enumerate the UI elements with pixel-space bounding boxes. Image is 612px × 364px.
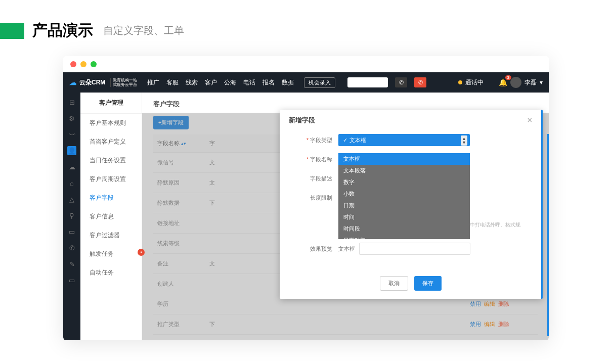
- iconbar-item[interactable]: ⚙: [67, 114, 76, 123]
- iconbar-item[interactable]: ✆: [67, 243, 76, 252]
- iconbar-item[interactable]: △: [67, 195, 76, 204]
- selected-type: 文本框: [349, 136, 366, 144]
- sidemenu: 客户管理 客户基本规则 首咨客户定义 当日任务设置 客户周期设置 客户字段 客户…: [80, 93, 142, 340]
- dropdown-option[interactable]: 小数: [338, 188, 470, 200]
- app-body: ⊞ ⚙ 〰 👤 ☁ ⌂ △ ⚲ ▭ ✆ ✎ ▭ 客户管理 客户基本规则 首咨客户…: [63, 93, 549, 340]
- nav-item[interactable]: 客服: [166, 78, 179, 87]
- record-opportunity-button[interactable]: 机会录入: [304, 77, 335, 88]
- preview-input[interactable]: [359, 243, 470, 255]
- main-panel: 客户字段 +新增字段 输入字段名称 搜索 字段名称 字 操作 微信号文禁用编辑静…: [142, 93, 549, 340]
- field-type-dropdown: 文本框文本段落数字小数日期时间时间段日期时间长时间段单选框复选框下拉菜单级联菜单…: [338, 153, 470, 239]
- sidemenu-item[interactable]: 触发任务•: [80, 245, 142, 263]
- iconbar-item[interactable]: ⊞: [67, 98, 76, 107]
- sidemenu-item[interactable]: 客户基本规则: [80, 114, 142, 132]
- status-dot-icon: [458, 80, 462, 84]
- field-type-select[interactable]: ✓ 文本框 ▲▼: [338, 134, 470, 146]
- call-hangup-icon[interactable]: ✆: [414, 77, 426, 87]
- window-min-dot[interactable]: [80, 61, 86, 67]
- dropdown-option[interactable]: 数字: [338, 176, 470, 188]
- right-edge-accent: [547, 134, 549, 336]
- iconbar-item[interactable]: ▭: [67, 227, 76, 236]
- iconbar-item[interactable]: ▭: [67, 276, 76, 285]
- slide-subtitle: 自定义字段、工单: [103, 24, 184, 37]
- cancel-button[interactable]: 取消: [380, 276, 408, 291]
- chevron-down-icon: ▾: [540, 79, 543, 86]
- top-nav: 推广 客服 线索 客户 公海 电话 报名 数据: [147, 78, 294, 87]
- app-window: ☁ 云朵CRM 教育机构一站式服务云平台 推广 客服 线索 客户 公海 电话 报…: [63, 56, 549, 340]
- preview-type: 文本框: [338, 245, 355, 253]
- dropdown-option[interactable]: 时间段: [338, 223, 470, 235]
- modal-footer: 取消 保存: [280, 271, 541, 299]
- add-field-modal: 新增字段 × 字段类型 ✓ 文本框 ▲▼ 文本框: [280, 110, 543, 299]
- window-titlebar: [63, 56, 549, 72]
- nav-item[interactable]: 客户: [205, 78, 217, 87]
- call-answer-icon[interactable]: ✆: [395, 77, 407, 87]
- accent-block: [0, 23, 24, 39]
- modal-form: 字段类型 ✓ 文本框 ▲▼ 文本框文本段落数字小数日期时间时间段日期时间长时间段…: [280, 131, 541, 271]
- sidemenu-item[interactable]: 客户过滤器: [80, 226, 142, 245]
- user-name: 李磊: [524, 78, 537, 87]
- iconbar-item[interactable]: ⚲: [67, 211, 76, 220]
- nav-item[interactable]: 线索: [186, 78, 198, 87]
- dropdown-option[interactable]: 日期时间: [338, 235, 470, 239]
- brand-logo[interactable]: ☁ 云朵CRM 教育机构一站式服务云平台: [69, 78, 137, 87]
- avatar[interactable]: [510, 77, 521, 88]
- nav-item[interactable]: 公海: [224, 78, 236, 87]
- iconbar-item[interactable]: ✎: [67, 259, 76, 268]
- brand-name: 云朵CRM: [79, 78, 105, 87]
- iconbar-item[interactable]: ⌂: [67, 178, 76, 188]
- user-area[interactable]: 🔔3 李磊 ▾: [499, 77, 543, 88]
- label-field-desc: 字段描述: [295, 172, 338, 185]
- modal-title: 新增字段: [289, 116, 315, 125]
- dropdown-option[interactable]: 日期: [338, 200, 470, 211]
- label-field-type: 字段类型: [295, 134, 338, 146]
- topbar: ☁ 云朵CRM 教育机构一站式服务云平台 推广 客服 线索 客户 公海 电话 报…: [63, 72, 549, 93]
- label-field-name: 字段名称: [295, 153, 338, 165]
- sidemenu-item[interactable]: 当日任务设置: [80, 151, 142, 170]
- iconbar-item[interactable]: 〰: [67, 130, 76, 139]
- save-button[interactable]: 保存: [414, 276, 442, 291]
- nav-item[interactable]: 推广: [147, 78, 159, 87]
- nav-item[interactable]: 数据: [282, 78, 294, 87]
- brand-tagline: 教育机构一站式服务云平台: [110, 78, 137, 87]
- slide-title: 产品演示: [32, 20, 93, 41]
- nav-item[interactable]: 报名: [263, 78, 275, 87]
- label-preview: 效果预览: [295, 243, 338, 255]
- nav-item[interactable]: 电话: [243, 78, 255, 87]
- page-title: 客户字段: [153, 100, 538, 109]
- notification-badge: 3: [505, 75, 511, 80]
- iconbar: ⊞ ⚙ 〰 👤 ☁ ⌂ △ ⚲ ▭ ✆ ✎ ▭: [63, 93, 80, 340]
- cloud-icon: ☁: [69, 78, 76, 86]
- iconbar-item-active[interactable]: 👤: [67, 146, 76, 155]
- sidemenu-item[interactable]: 首咨客户定义: [80, 132, 142, 151]
- stepper-arrows-icon: ▲▼: [461, 135, 467, 146]
- status-text: 通话中: [465, 78, 484, 87]
- window-max-dot[interactable]: [91, 61, 97, 67]
- close-icon[interactable]: ×: [528, 116, 532, 125]
- slide-header: 产品演示 自定义字段、工单: [0, 0, 612, 41]
- modal-header: 新增字段 ×: [280, 110, 541, 131]
- sidemenu-item-active[interactable]: 客户字段: [80, 189, 142, 207]
- dropdown-option[interactable]: 时间: [338, 211, 470, 223]
- dropdown-option[interactable]: 文本框: [338, 153, 470, 165]
- label-length-limit: 长度限制: [295, 192, 338, 204]
- side-alert-badge: •: [138, 249, 145, 256]
- sidemenu-item[interactable]: 客户周期设置: [80, 170, 142, 189]
- dropdown-option[interactable]: 文本段落: [338, 165, 470, 176]
- window-close-dot[interactable]: [70, 61, 76, 67]
- sidemenu-title: 客户管理: [80, 93, 142, 114]
- bell-icon[interactable]: 🔔3: [499, 78, 507, 86]
- iconbar-item[interactable]: ☁: [67, 162, 76, 171]
- sidemenu-item[interactable]: 客户信息: [80, 207, 142, 226]
- sidemenu-item[interactable]: 自动任务: [80, 263, 142, 282]
- call-status: 通话中: [458, 78, 484, 87]
- top-search-input[interactable]: [347, 77, 388, 87]
- check-icon: ✓: [343, 137, 347, 144]
